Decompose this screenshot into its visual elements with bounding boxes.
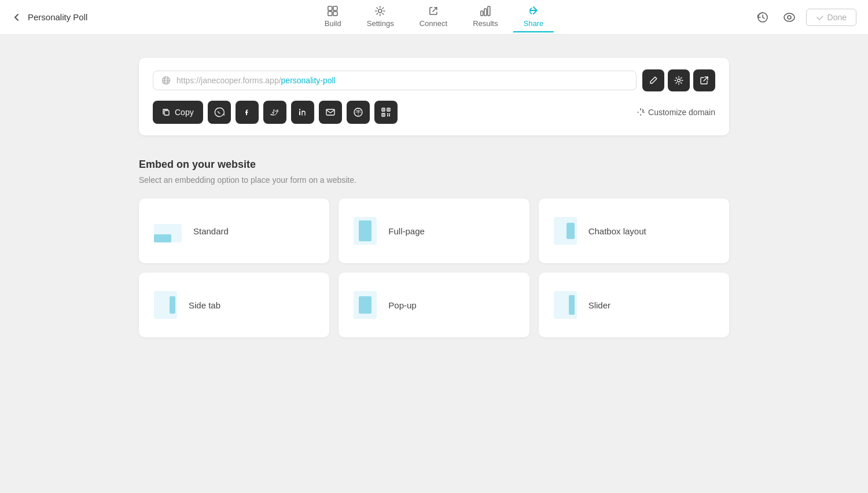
slider-icon bbox=[554, 291, 577, 319]
open-url-button[interactable] bbox=[693, 69, 715, 91]
svg-rect-3 bbox=[333, 12, 337, 16]
url-display: https://janecooper.forms.app/personality… bbox=[176, 76, 628, 85]
share-icon bbox=[528, 5, 539, 17]
embed-card-sidetab[interactable]: Side tab bbox=[139, 273, 329, 337]
back-button[interactable] bbox=[12, 12, 22, 23]
chatbox-icon bbox=[554, 217, 577, 245]
email-button[interactable] bbox=[319, 101, 342, 124]
twitter-button[interactable] bbox=[263, 101, 286, 124]
url-slug: personality-poll bbox=[281, 76, 336, 85]
tab-share[interactable]: Share bbox=[513, 2, 554, 32]
tab-results-label: Results bbox=[473, 19, 498, 28]
svg-rect-2 bbox=[328, 12, 332, 16]
url-domain: janecooper.forms.app/ bbox=[201, 76, 281, 85]
svg-rect-22 bbox=[388, 109, 389, 111]
embed-grid: Standard Full-page Chatbox layout bbox=[139, 198, 729, 337]
results-icon bbox=[480, 5, 491, 17]
svg-rect-25 bbox=[387, 113, 388, 115]
linkedin-button[interactable] bbox=[291, 101, 314, 124]
embed-card-popup[interactable]: Pop-up bbox=[339, 273, 529, 337]
tab-connect-label: Connect bbox=[420, 19, 447, 28]
project-title: Personality Poll bbox=[28, 12, 87, 22]
tab-results[interactable]: Results bbox=[462, 2, 508, 32]
share-row: Copy bbox=[153, 101, 715, 124]
svg-point-16 bbox=[299, 109, 300, 110]
customize-domain-label: Customize domain bbox=[648, 108, 715, 117]
embed-card-chatbox[interactable]: Chatbox layout bbox=[539, 198, 729, 263]
svg-rect-20 bbox=[382, 109, 384, 111]
svg-rect-0 bbox=[328, 6, 332, 10]
svg-rect-24 bbox=[382, 115, 384, 116]
customize-domain-link[interactable]: Customize domain bbox=[637, 108, 715, 117]
url-row: https://janecooper.forms.app/personality… bbox=[153, 69, 715, 91]
embed-label-slider: Slider bbox=[589, 300, 610, 310]
svg-rect-17 bbox=[326, 109, 334, 115]
main-content: https://janecooper.forms.app/personality… bbox=[116, 35, 752, 360]
url-prefix: https:// bbox=[176, 76, 201, 85]
tab-settings-label: Settings bbox=[367, 19, 394, 28]
connect-icon bbox=[428, 5, 439, 17]
header-right: Done bbox=[753, 8, 856, 27]
done-button[interactable]: Done bbox=[806, 9, 856, 26]
history-button[interactable] bbox=[753, 8, 773, 27]
embed-subtitle: Select an embedding option to place your… bbox=[139, 175, 729, 185]
copy-button[interactable]: Copy bbox=[153, 101, 203, 124]
tab-build[interactable]: Build bbox=[314, 2, 352, 32]
svg-point-4 bbox=[378, 9, 382, 13]
share-buttons: Copy bbox=[153, 101, 398, 124]
svg-rect-7 bbox=[488, 6, 490, 16]
svg-rect-6 bbox=[484, 9, 487, 16]
preview-button[interactable] bbox=[779, 8, 799, 27]
build-icon bbox=[327, 5, 339, 17]
nav-tabs: Build Settings Connect bbox=[314, 2, 554, 32]
embed-label-sidetab: Side tab bbox=[189, 300, 220, 310]
svg-rect-26 bbox=[387, 115, 388, 116]
embed-card-slider[interactable]: Slider bbox=[539, 273, 729, 337]
embed-title: Embed on your website bbox=[139, 159, 729, 171]
done-label: Done bbox=[827, 13, 847, 22]
globe-icon bbox=[161, 76, 171, 85]
facebook-button[interactable] bbox=[236, 101, 259, 124]
url-card: https://janecooper.forms.app/personality… bbox=[139, 58, 729, 135]
url-actions bbox=[642, 69, 715, 91]
svg-rect-15 bbox=[299, 111, 300, 115]
tab-settings[interactable]: Settings bbox=[356, 2, 404, 32]
header: Personality Poll Build Set bbox=[0, 0, 868, 35]
fullpage-icon bbox=[354, 217, 377, 245]
qrcode-button[interactable] bbox=[374, 101, 398, 124]
embed-section: Embed on your website Select an embeddin… bbox=[139, 159, 729, 337]
whatsapp-button[interactable] bbox=[208, 101, 231, 124]
wordpress-button[interactable] bbox=[347, 101, 370, 124]
embed-label-standard: Standard bbox=[193, 226, 229, 236]
embed-label-chatbox: Chatbox layout bbox=[589, 226, 646, 236]
settings-icon bbox=[374, 5, 386, 17]
url-input-wrap: https://janecooper.forms.app/personality… bbox=[153, 71, 637, 90]
tab-share-label: Share bbox=[523, 19, 543, 28]
embed-label-popup: Pop-up bbox=[388, 300, 416, 310]
edit-url-button[interactable] bbox=[642, 69, 664, 91]
svg-point-10 bbox=[788, 16, 791, 19]
svg-rect-1 bbox=[333, 6, 337, 10]
settings-url-button[interactable] bbox=[668, 69, 690, 91]
svg-rect-14 bbox=[164, 111, 169, 115]
embed-card-fullpage[interactable]: Full-page bbox=[339, 198, 529, 263]
standard-icon bbox=[154, 219, 182, 242]
svg-rect-28 bbox=[389, 115, 390, 116]
svg-rect-27 bbox=[389, 113, 390, 115]
popup-icon bbox=[354, 291, 377, 319]
svg-point-13 bbox=[678, 79, 681, 82]
svg-point-9 bbox=[784, 13, 795, 21]
embed-card-standard[interactable]: Standard bbox=[139, 198, 329, 263]
copy-label: Copy bbox=[175, 108, 194, 117]
sidetab-icon bbox=[154, 291, 177, 319]
svg-rect-5 bbox=[481, 11, 483, 16]
tab-build-label: Build bbox=[325, 19, 341, 28]
embed-label-fullpage: Full-page bbox=[388, 226, 425, 236]
header-left: Personality Poll bbox=[12, 12, 87, 23]
tab-connect[interactable]: Connect bbox=[409, 2, 458, 32]
